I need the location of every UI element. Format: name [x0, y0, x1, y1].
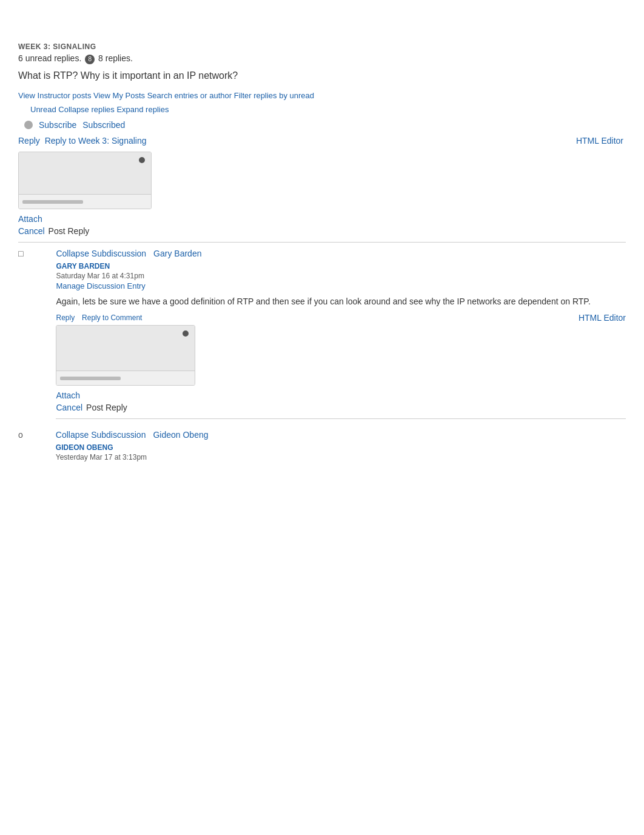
author-link-1[interactable]: Gary Barden: [153, 249, 201, 258]
divider-top: [18, 242, 626, 243]
author-upper-2: GIDEON OBENG: [56, 443, 626, 452]
unread-info: 6 unread replies. 8 8 replies.: [18, 53, 626, 64]
bullet-2: o: [18, 430, 23, 440]
subscribe-button[interactable]: Subscribe: [39, 120, 76, 130]
subdiscussion-2-block: Collapse Subdiscussion Gideon Obeng GIDE…: [56, 430, 626, 463]
editor-toolbar-1: [56, 371, 195, 385]
editor-toolbar-top: [19, 194, 151, 209]
bullet-1: □: [18, 249, 23, 258]
subdiscussion-1-block: Collapse Subdiscussion Gary Barden GARY …: [56, 249, 626, 425]
bullet-row-2: o Collapse Subdiscussion Gideon Obeng GI…: [18, 430, 626, 463]
reply-editor-1[interactable]: [56, 325, 195, 386]
html-editor-link-top[interactable]: HTML Editor: [576, 136, 623, 146]
subscribed-button[interactable]: Subscribed: [82, 120, 125, 130]
author-link-2[interactable]: Gideon Obeng: [153, 430, 208, 440]
attach-link-1[interactable]: Attach: [56, 391, 626, 400]
reply-to-week3-link[interactable]: Reply to Week 3: Signaling: [45, 136, 147, 146]
reply-comment-row-1: Reply Reply to Comment HTML Editor: [56, 313, 626, 323]
search-entries-link[interactable]: Search entries or author: [147, 91, 232, 100]
post-reply-top: Post Reply: [49, 226, 90, 236]
view-instructor-link[interactable]: View Instructor posts: [18, 91, 91, 100]
collapse-subdiscussion-2[interactable]: Collapse Subdiscussion: [56, 430, 146, 440]
editor-inner-1[interactable]: [56, 326, 195, 371]
subscribe-row: Subscribe Subscribed: [18, 120, 626, 130]
editor-inner-top[interactable]: [19, 152, 151, 195]
manage-link-1[interactable]: Manage Discussion Entry: [56, 281, 626, 290]
reply-editor-top[interactable]: [18, 152, 152, 209]
cancel-link-top[interactable]: Cancel: [18, 226, 45, 236]
total-replies: 8 replies.: [98, 53, 133, 63]
action-row-top: Cancel Post Reply: [18, 226, 626, 236]
section-title: WEEK 3: SIGNALING: [18, 42, 626, 51]
reply-link-1[interactable]: Reply: [56, 314, 75, 322]
reply-section-header: Reply Reply to Week 3: Signaling HTML Ed…: [18, 136, 626, 152]
author-upper-1: GARY BARDEN: [56, 262, 626, 270]
collapse-row-1: Collapse Subdiscussion Gary Barden: [56, 249, 626, 258]
reply-to-comment-1[interactable]: Reply to Comment: [82, 314, 142, 322]
post-date-2: Yesterday Mar 17 at 3:13pm: [56, 453, 626, 461]
reply-comment-section-1: Reply Reply to Comment HTML Editor: [56, 313, 626, 325]
attach-link-top[interactable]: Attach: [18, 214, 626, 224]
html-editor-link-1[interactable]: HTML Editor: [579, 313, 626, 323]
expand-replies-link[interactable]: Expand replies: [116, 105, 169, 114]
collapse-subdiscussion-1[interactable]: Collapse Subdiscussion: [56, 249, 146, 258]
unread-count: 6 unread replies.: [18, 53, 81, 63]
collapse-replies-link[interactable]: Collapse replies: [58, 105, 115, 114]
collapse-row-2: Collapse Subdiscussion Gideon Obeng: [56, 430, 626, 440]
post-date-1: Saturday Mar 16 at 4:31pm: [56, 272, 626, 280]
filter-replies-link[interactable]: Filter replies by unread: [234, 91, 314, 100]
unread-link[interactable]: Unread: [30, 105, 56, 114]
reply-row: Reply Reply to Week 3: Signaling HTML Ed…: [18, 136, 626, 146]
avatar-small: [24, 121, 33, 129]
editor-toolbar-bar-top: [22, 200, 83, 204]
toolbar-links: View Instructor posts View My Posts Sear…: [18, 89, 626, 117]
badge-count: 8: [85, 55, 95, 64]
reply-link[interactable]: Reply: [18, 136, 40, 146]
view-my-posts-link[interactable]: View My Posts: [93, 91, 145, 100]
editor-toolbar-bar-1: [60, 377, 121, 380]
action-row-1: Cancel Post Reply: [56, 403, 626, 412]
main-question: What is RTP? Why is it important in an I…: [18, 70, 626, 81]
post-content-1: Again, lets be sure we have a good defin…: [56, 295, 626, 308]
cancel-link-1[interactable]: Cancel: [56, 403, 82, 412]
post-reply-1: Post Reply: [86, 403, 127, 412]
bullet-row-1: □ Collapse Subdiscussion Gary Barden GAR…: [18, 249, 626, 425]
divider-1: [56, 418, 626, 419]
